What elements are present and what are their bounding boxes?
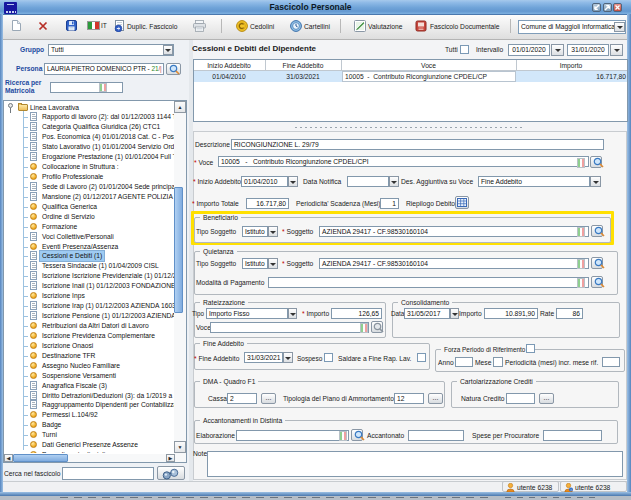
svg-text:i: i [571, 487, 572, 492]
